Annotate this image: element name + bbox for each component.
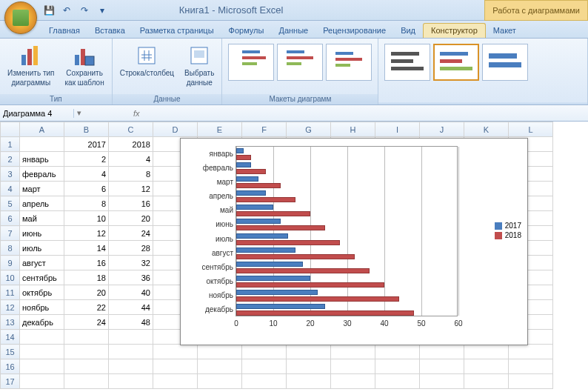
- cell[interactable]: [20, 374, 64, 389]
- layout-thumb[interactable]: [326, 44, 372, 81]
- col-header[interactable]: E: [198, 122, 242, 137]
- cell[interactable]: 10: [64, 211, 109, 226]
- cell[interactable]: [509, 359, 553, 374]
- office-button[interactable]: [4, 1, 37, 34]
- cell[interactable]: 48: [109, 315, 153, 330]
- cell[interactable]: июнь: [20, 226, 64, 241]
- cell[interactable]: [109, 374, 153, 389]
- cell[interactable]: 2018: [109, 137, 153, 152]
- col-header[interactable]: L: [509, 122, 553, 137]
- tab-главная[interactable]: Главная: [41, 24, 87, 38]
- col-header[interactable]: B: [64, 122, 109, 137]
- style-thumb-selected[interactable]: [433, 44, 479, 81]
- cell[interactable]: [331, 345, 375, 359]
- chart-bar[interactable]: [236, 197, 295, 202]
- cell[interactable]: [198, 345, 242, 359]
- cell[interactable]: 12: [109, 182, 153, 196]
- chart-bar[interactable]: [236, 219, 281, 224]
- change-chart-type-button[interactable]: Изменить тип диаграммы: [4, 42, 57, 88]
- cell[interactable]: [242, 359, 287, 374]
- cell[interactable]: [509, 345, 553, 359]
- cell[interactable]: 16: [109, 196, 153, 211]
- chart-bar[interactable]: [236, 211, 310, 216]
- cell[interactable]: [64, 330, 109, 345]
- cell[interactable]: [242, 374, 287, 389]
- cell[interactable]: 6: [64, 182, 109, 196]
- layout-thumb[interactable]: [228, 44, 274, 81]
- layout-thumb[interactable]: [277, 44, 323, 81]
- cell[interactable]: [287, 374, 331, 389]
- cell[interactable]: [375, 359, 420, 374]
- cell[interactable]: апрель: [20, 196, 64, 211]
- cell[interactable]: [109, 345, 153, 359]
- cell[interactable]: [287, 359, 331, 374]
- row-header[interactable]: 14: [1, 330, 20, 345]
- tab-разметка страницы[interactable]: Разметка страницы: [133, 24, 221, 38]
- tab-вид[interactable]: Вид: [393, 24, 423, 38]
- cell[interactable]: [64, 345, 109, 359]
- chart-bar[interactable]: [236, 148, 244, 153]
- select-all-cell[interactable]: [1, 122, 20, 137]
- row-header[interactable]: 4: [1, 182, 20, 196]
- cell[interactable]: сентябрь: [20, 270, 64, 285]
- row-header[interactable]: 13: [1, 315, 20, 330]
- cell[interactable]: октябрь: [20, 285, 64, 300]
- chart-bar[interactable]: [236, 225, 325, 230]
- cell[interactable]: [464, 359, 509, 374]
- style-thumb[interactable]: [384, 44, 430, 81]
- cell[interactable]: январь: [20, 152, 64, 167]
- cell[interactable]: [375, 374, 420, 389]
- namebox-dropdown-icon[interactable]: ▾: [74, 108, 84, 118]
- col-header[interactable]: F: [242, 122, 287, 137]
- col-header[interactable]: G: [287, 122, 331, 137]
- col-header[interactable]: K: [464, 122, 509, 137]
- select-data-button[interactable]: Выбрать данные: [181, 42, 217, 88]
- cell[interactable]: [153, 345, 198, 359]
- cell[interactable]: февраль: [20, 167, 64, 182]
- cell[interactable]: [64, 359, 109, 374]
- cell[interactable]: [420, 359, 464, 374]
- cell[interactable]: 12: [64, 226, 109, 241]
- style-thumb[interactable]: [482, 44, 528, 81]
- cell[interactable]: декабрь: [20, 315, 64, 330]
- cell[interactable]: март: [20, 182, 64, 196]
- tab-данные[interactable]: Данные: [271, 24, 315, 38]
- cell[interactable]: [20, 137, 64, 152]
- cell[interactable]: 40: [109, 285, 153, 300]
- cell[interactable]: 2017: [64, 137, 109, 152]
- row-header[interactable]: 9: [1, 256, 20, 270]
- chart-bar[interactable]: [236, 233, 288, 239]
- chart-bar[interactable]: [236, 310, 414, 316]
- cell[interactable]: 32: [109, 256, 153, 270]
- row-header[interactable]: 10: [1, 270, 20, 285]
- cell[interactable]: 20: [109, 211, 153, 226]
- tab-вставка[interactable]: Вставка: [87, 24, 133, 38]
- cell[interactable]: 8: [64, 196, 109, 211]
- cell[interactable]: 18: [64, 270, 109, 285]
- tab-конструктор[interactable]: Конструктор: [423, 23, 486, 38]
- chart-bar[interactable]: [236, 240, 340, 245]
- col-header[interactable]: H: [331, 122, 375, 137]
- cell[interactable]: [20, 359, 64, 374]
- row-header[interactable]: 7: [1, 226, 20, 241]
- chart-bar[interactable]: [236, 169, 266, 174]
- chart-bar[interactable]: [236, 176, 258, 182]
- cell[interactable]: [242, 345, 287, 359]
- chart-bar[interactable]: [236, 290, 318, 295]
- row-header[interactable]: 16: [1, 359, 20, 374]
- cell[interactable]: 16: [64, 256, 109, 270]
- cell[interactable]: [420, 345, 464, 359]
- cell[interactable]: 28: [109, 241, 153, 256]
- row-header[interactable]: 8: [1, 241, 20, 256]
- col-header[interactable]: J: [420, 122, 464, 137]
- chart-bar[interactable]: [236, 262, 303, 267]
- row-header[interactable]: 6: [1, 211, 20, 226]
- cell[interactable]: [64, 374, 109, 389]
- cell[interactable]: [420, 374, 464, 389]
- chart-bar[interactable]: [236, 162, 251, 167]
- row-header[interactable]: 11: [1, 285, 20, 300]
- col-header[interactable]: A: [20, 122, 64, 137]
- row-header[interactable]: 12: [1, 300, 20, 315]
- col-header[interactable]: D: [153, 122, 198, 137]
- cell[interactable]: 4: [109, 152, 153, 167]
